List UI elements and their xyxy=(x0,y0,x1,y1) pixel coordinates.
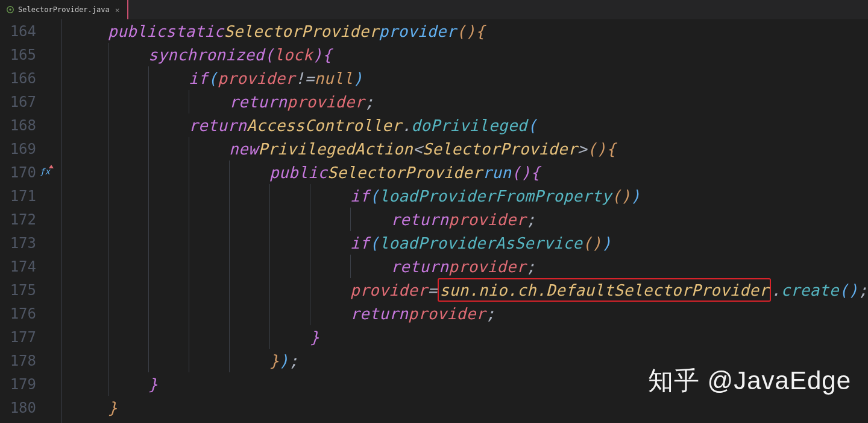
line-number: 170 xyxy=(0,164,36,181)
code-line: if (loadProviderFromProperty()) xyxy=(68,184,868,208)
line-number: 174 xyxy=(0,258,36,275)
editor-area[interactable]: 164 165 166 167 168 169 170 171 172 173 … xyxy=(0,19,868,423)
highlighted-expression: sun.nio.ch.DefaultSelectorProvider xyxy=(438,278,772,302)
glyph-margin: ƒx xyxy=(39,19,57,423)
line-number: 176 xyxy=(0,305,36,322)
line-number: 166 xyxy=(0,70,36,87)
code-line: new PrivilegedAction<SelectorProvider>()… xyxy=(68,137,868,161)
code-line: public SelectorProvider run() { xyxy=(68,161,868,184)
code-line: return provider; xyxy=(68,255,868,278)
code-line: } xyxy=(68,325,868,349)
line-number-gutter: 164 165 166 167 168 169 170 171 172 173 … xyxy=(0,19,39,423)
tab-bar: SelectorProvider.java × xyxy=(0,0,868,19)
svg-point-1 xyxy=(9,8,11,11)
close-icon[interactable]: × xyxy=(113,5,122,14)
code-line: provider = sun.nio.ch.DefaultSelectorPro… xyxy=(68,278,868,302)
code-line: return provider; xyxy=(68,90,868,113)
fold-margin[interactable] xyxy=(57,19,68,423)
code-line: synchronized (lock) { xyxy=(68,43,868,66)
code-line: if (provider != null) xyxy=(68,66,868,90)
line-number: 175 xyxy=(0,282,36,299)
java-file-icon xyxy=(6,5,14,14)
function-glyph-icon: ƒx xyxy=(40,167,50,176)
code-content[interactable]: public static SelectorProvider provider(… xyxy=(68,19,868,423)
line-number: 171 xyxy=(0,188,36,205)
code-line: if (loadProviderAsService()) xyxy=(68,231,868,255)
code-line: return provider; xyxy=(68,208,868,231)
line-number: 178 xyxy=(0,352,36,369)
line-number: 173 xyxy=(0,235,36,252)
code-line: public static SelectorProvider provider(… xyxy=(68,19,868,43)
code-line: return provider; xyxy=(68,302,868,325)
line-number: 168 xyxy=(0,117,36,134)
line-number: 169 xyxy=(0,141,36,157)
line-number: 180 xyxy=(0,399,36,416)
code-line: return AccessController.doPrivileged( xyxy=(68,113,868,137)
line-number: 167 xyxy=(0,94,36,110)
code-line: } xyxy=(68,396,868,419)
line-number: 172 xyxy=(0,211,36,228)
line-number: 165 xyxy=(0,46,36,63)
line-number: 164 xyxy=(0,23,36,40)
file-tab[interactable]: SelectorProvider.java × xyxy=(0,0,128,19)
watermark-text: 知乎 @JavaEdge xyxy=(648,364,851,398)
line-number: 179 xyxy=(0,376,36,393)
tab-filename: SelectorProvider.java xyxy=(18,5,110,14)
line-number: 177 xyxy=(0,329,36,346)
